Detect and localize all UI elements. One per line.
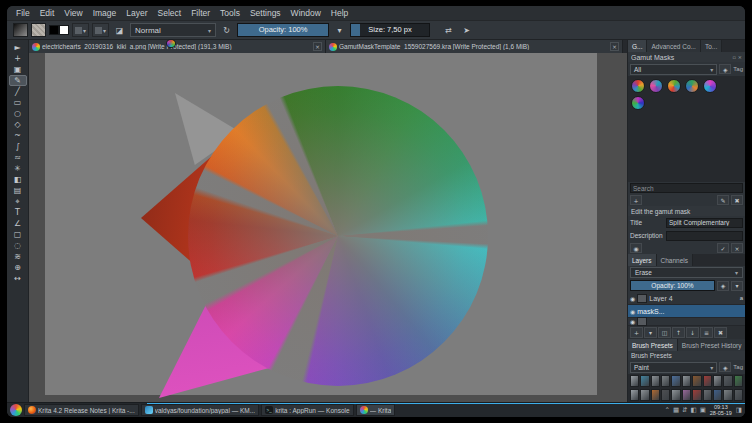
brush-preset-thumbnail[interactable] xyxy=(713,389,722,401)
krita-launcher-icon[interactable] xyxy=(10,404,22,416)
rectangular-select-tool[interactable]: ▢ xyxy=(9,229,27,240)
foreground-color-swatch[interactable] xyxy=(49,25,59,35)
layer-properties-button[interactable]: ≡ xyxy=(700,327,713,338)
tab-brush-preset-history[interactable]: Brush Preset History xyxy=(678,339,745,351)
blending-mode-combo[interactable]: Normal ▾ xyxy=(130,23,216,37)
brush-preset-thumbnail[interactable] xyxy=(692,389,701,401)
brush-preset-thumbnail[interactable] xyxy=(682,375,691,387)
eraser-mode-button[interactable]: ◪ xyxy=(112,23,127,37)
gradient-tool[interactable]: ▤ xyxy=(9,185,27,196)
layer-row[interactable]: ◉ xyxy=(628,318,745,326)
brush-preset-thumbnail[interactable] xyxy=(640,389,649,401)
menu-image[interactable]: Image xyxy=(88,6,122,21)
cancel-mask-button[interactable]: × xyxy=(731,243,743,253)
move-layer-down-button[interactable]: ↓ xyxy=(686,327,699,338)
layer-row[interactable]: ◉Layer 4a xyxy=(628,292,745,305)
layer-filter-icon[interactable]: ◈ xyxy=(717,281,729,291)
brush-preset-thumbnail[interactable] xyxy=(692,375,701,387)
gamut-mask-list[interactable] xyxy=(628,76,745,182)
gamut-mask-thumbnail[interactable] xyxy=(649,79,663,93)
menu-layer[interactable]: Layer xyxy=(121,6,152,21)
zoom-tool[interactable]: ⊕ xyxy=(9,262,27,273)
chevron-up-icon[interactable]: ⌃ xyxy=(664,406,669,414)
add-layer-button[interactable]: + xyxy=(630,327,643,338)
tab-channels[interactable]: Channels xyxy=(657,254,693,266)
brush-preset-thumbnail[interactable] xyxy=(651,389,660,401)
document-tab-2[interactable]: GamutMaskTemplate_1559027569.kra [Write … xyxy=(326,40,623,53)
reload-preset-button[interactable]: ↻ xyxy=(219,23,234,37)
gradient-chooser-button[interactable] xyxy=(13,23,28,37)
brush-preset-thumbnail[interactable] xyxy=(651,375,660,387)
brush-preset-thumbnail[interactable] xyxy=(661,375,670,387)
mask-title-input[interactable] xyxy=(666,218,743,228)
layer-opacity-slider[interactable]: Opacity: 100% xyxy=(630,280,715,291)
slider-detach-button[interactable]: ▾ xyxy=(332,23,347,37)
layer-blending-mode-combo[interactable]: Erase ▾ xyxy=(630,267,743,278)
brush-preset-thumbnail[interactable] xyxy=(734,375,743,387)
tab-layers[interactable]: Layers xyxy=(628,254,657,266)
brush-option-dropdown-1[interactable]: ▾ xyxy=(72,23,89,37)
freehand-brush-tool[interactable]: ✎ xyxy=(9,75,27,86)
document-tab-1[interactable]: electrichearts_20190316_kiki_a.png [Writ… xyxy=(29,40,326,53)
new-mask-button[interactable]: + xyxy=(630,195,642,205)
search-input[interactable] xyxy=(630,183,743,193)
polyline-tool[interactable]: ~ xyxy=(9,130,27,141)
pan-tool[interactable]: ↔ xyxy=(9,273,27,284)
menu-help[interactable]: Help xyxy=(326,6,353,21)
brush-preset-thumbnail[interactable] xyxy=(630,375,639,387)
brush-preset-thumbnail[interactable] xyxy=(723,375,732,387)
brush-preset-thumbnail[interactable] xyxy=(671,389,680,401)
visibility-eye-icon[interactable]: ◉ xyxy=(630,295,635,302)
display-icon[interactable]: ▦ xyxy=(673,406,679,414)
close-tab-icon[interactable]: × xyxy=(610,42,619,51)
taskbar-task-4[interactable]: — Krita xyxy=(356,404,396,416)
canvas[interactable] xyxy=(29,53,627,402)
gamut-mask-filter-combo[interactable]: All ▾ xyxy=(630,64,717,75)
move-layer-up-button[interactable]: ↑ xyxy=(672,327,685,338)
panel-toggle-icon[interactable]: ◨ xyxy=(736,406,742,414)
delete-mask-button[interactable]: ✖ xyxy=(731,195,743,205)
preview-mask-button[interactable]: ◉ xyxy=(630,243,642,253)
freehand-path-tool[interactable]: ≈ xyxy=(9,152,27,163)
crop-tool[interactable]: ▣ xyxy=(9,64,27,75)
float-docker-icon[interactable]: ▫ xyxy=(732,54,735,60)
bezier-curve-tool[interactable]: ∫ xyxy=(9,141,27,152)
ellipse-tool[interactable]: ○ xyxy=(9,108,27,119)
close-tab-icon[interactable]: × xyxy=(313,42,322,51)
docker-tab-3[interactable]: To... xyxy=(701,40,722,52)
brush-preset-thumbnail[interactable] xyxy=(640,375,649,387)
brush-preset-thumbnail[interactable] xyxy=(723,389,732,401)
volume-icon[interactable]: ◧ xyxy=(691,406,697,414)
brush-preset-thumbnail[interactable] xyxy=(661,389,670,401)
layer-view-mode-icon[interactable]: ▾ xyxy=(731,281,743,291)
gamut-mask-thumbnail[interactable] xyxy=(685,79,699,93)
taskbar-task-3[interactable]: >_krita : AppRun — Konsole xyxy=(261,404,353,416)
freehand-select-tool[interactable]: ≋ xyxy=(9,251,27,262)
text-tool[interactable]: T xyxy=(9,207,27,218)
clock[interactable]: 09:13 28-05-19 xyxy=(708,404,734,417)
mirror-button[interactable]: ⇄ xyxy=(441,23,456,37)
assistants-tool[interactable]: ∠ xyxy=(9,218,27,229)
elliptical-select-tool[interactable]: ◌ xyxy=(9,240,27,251)
foreground-background-colors[interactable] xyxy=(49,25,69,35)
size-slider[interactable]: Size: 7,50 px xyxy=(350,23,430,37)
tab-brush-presets[interactable]: Brush Presets xyxy=(628,339,678,351)
brush-preset-thumbnail[interactable] xyxy=(703,375,712,387)
move-tool[interactable]: + xyxy=(9,53,27,64)
network-icon[interactable]: ⇵ xyxy=(682,406,687,414)
mask-description-input[interactable] xyxy=(666,231,743,241)
clipboard-icon[interactable]: ▣ xyxy=(700,406,706,414)
brush-preset-thumbnail[interactable] xyxy=(734,389,743,401)
menu-filter[interactable]: Filter xyxy=(186,6,215,21)
brush-preset-thumbnail[interactable] xyxy=(713,375,722,387)
docker-tab-2[interactable]: Advanced Co... xyxy=(647,40,700,52)
visibility-eye-icon[interactable]: ◉ xyxy=(630,318,635,325)
rectangle-tool[interactable]: ▭ xyxy=(9,97,27,108)
gamut-mask-thumbnail[interactable] xyxy=(703,79,717,93)
menu-window[interactable]: Window xyxy=(286,6,326,21)
visibility-eye-icon[interactable]: ◉ xyxy=(630,308,635,315)
transform-tool[interactable]: ► xyxy=(9,42,27,53)
color-sampler-tool[interactable]: ⌖ xyxy=(9,196,27,207)
polygon-tool[interactable]: ◇ xyxy=(9,119,27,130)
brush-preset-filter-combo[interactable]: Paint ▾ xyxy=(630,362,717,373)
